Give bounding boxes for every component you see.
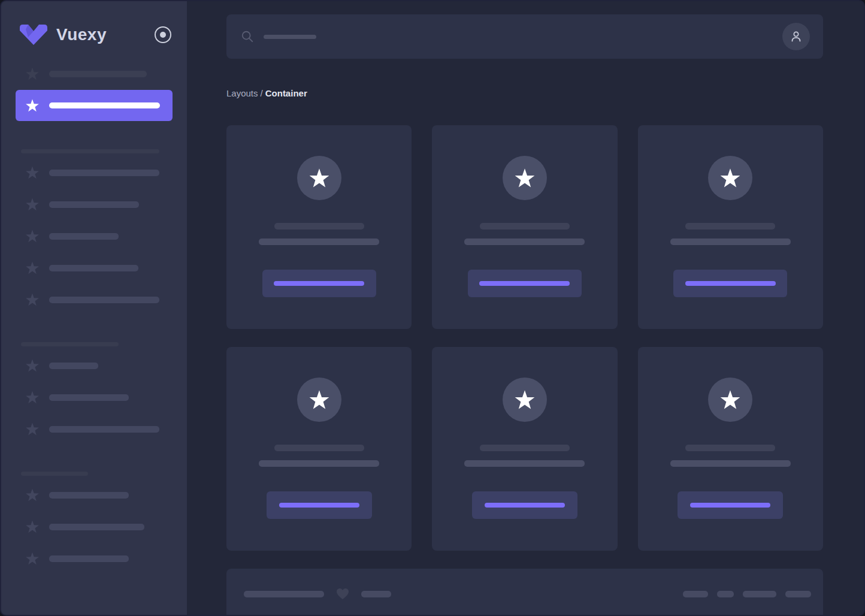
star-icon <box>25 551 40 566</box>
radio-dot <box>160 32 166 38</box>
footer-card <box>226 569 823 616</box>
card-subtitle-placeholder <box>464 238 585 245</box>
sidebar-item-label-placeholder <box>49 524 144 530</box>
sidebar-item-label-placeholder <box>49 426 159 433</box>
breadcrumb-separator: / <box>261 88 263 98</box>
sidebar-nav-sections <box>16 149 173 566</box>
card-title-placeholder <box>274 223 364 230</box>
footer-placeholder-bar <box>717 591 734 597</box>
sidebar-item[interactable] <box>16 488 173 502</box>
breadcrumb: Layouts/Container <box>226 88 823 99</box>
footer-placeholder-bar <box>683 591 708 597</box>
card-button[interactable] <box>673 270 787 297</box>
radio-circle-icon[interactable] <box>155 26 171 43</box>
app-logo-title: Vuexy <box>56 25 155 44</box>
card-button-label-placeholder <box>690 503 770 508</box>
footer-placeholder-bar <box>743 591 776 597</box>
main-content: Layouts/Container <box>187 1 864 616</box>
star-icon <box>25 261 40 275</box>
cards-grid <box>226 125 823 551</box>
card-avatar <box>503 156 547 200</box>
app-window: Vuexy <box>0 0 865 616</box>
sidebar-item[interactable] <box>16 551 173 566</box>
card-subtitle-placeholder <box>259 460 379 467</box>
card-avatar <box>297 378 341 422</box>
heart-icon[interactable] <box>335 587 350 601</box>
star-icon <box>719 167 741 189</box>
card-button-label-placeholder <box>279 503 359 508</box>
card-button-label-placeholder <box>274 281 364 286</box>
card-subtitle-placeholder <box>670 238 791 245</box>
footer-placeholder-bar <box>244 591 324 597</box>
sidebar-item[interactable] <box>16 292 173 307</box>
star-icon <box>25 98 40 113</box>
footer-right-bars <box>683 591 811 597</box>
sidebar-item[interactable] <box>16 197 173 212</box>
card <box>638 347 823 551</box>
sidebar-active-item-label-placeholder <box>49 102 160 108</box>
card-subtitle-placeholder <box>464 460 585 467</box>
sidebar-section-header-placeholder <box>21 149 159 153</box>
star-icon <box>25 422 40 436</box>
card-avatar <box>297 156 341 200</box>
sidebar-item-label-placeholder <box>49 201 139 208</box>
card <box>226 347 412 551</box>
card-title-placeholder <box>274 445 364 451</box>
star-icon <box>25 358 40 373</box>
search-input-placeholder[interactable] <box>264 35 316 39</box>
star-icon <box>25 390 40 404</box>
breadcrumb-parent[interactable]: Layouts <box>226 88 258 98</box>
card-button[interactable] <box>678 491 783 519</box>
card-avatar <box>708 156 752 200</box>
card-button-label-placeholder <box>685 281 776 286</box>
star-icon <box>309 389 330 410</box>
star-icon <box>514 167 536 189</box>
sidebar-item[interactable] <box>16 358 173 373</box>
breadcrumb-current: Container <box>265 88 307 98</box>
sidebar-item[interactable] <box>16 520 173 534</box>
card-button-label-placeholder <box>479 281 570 286</box>
card <box>432 125 617 329</box>
card-subtitle-placeholder <box>259 238 379 245</box>
footer-row <box>244 587 811 601</box>
person-icon <box>789 29 803 44</box>
sidebar-item-label-placeholder <box>49 71 147 77</box>
card-button[interactable] <box>468 270 582 297</box>
sidebar-item[interactable] <box>16 229 173 243</box>
sidebar-section-header-placeholder <box>21 342 119 346</box>
sidebar-item-label-placeholder <box>49 170 159 176</box>
card-avatar <box>708 378 752 422</box>
topbar-search[interactable] <box>226 14 823 59</box>
card-button[interactable] <box>472 491 577 519</box>
sidebar-item-label-placeholder <box>49 555 129 562</box>
card-title-placeholder <box>480 223 570 230</box>
star-icon <box>719 389 741 410</box>
card-title-placeholder <box>685 445 775 451</box>
card <box>638 125 823 329</box>
star-icon <box>25 292 40 307</box>
card <box>226 125 412 329</box>
footer-placeholder-bar <box>785 591 811 597</box>
sidebar-item[interactable] <box>16 67 173 81</box>
sidebar-item-active[interactable] <box>16 90 173 121</box>
card-avatar <box>503 378 547 422</box>
sidebar-item-label-placeholder <box>49 233 119 240</box>
star-icon <box>309 167 330 189</box>
sidebar-item[interactable] <box>16 422 173 436</box>
sidebar-item-label-placeholder <box>49 363 98 369</box>
card-button[interactable] <box>262 270 376 297</box>
sidebar-item-label-placeholder <box>49 492 129 499</box>
card-button[interactable] <box>267 491 372 519</box>
star-icon <box>25 165 40 180</box>
sidebar-item[interactable] <box>16 165 173 180</box>
star-icon <box>25 488 40 502</box>
sidebar-item[interactable] <box>16 390 173 404</box>
star-icon <box>25 67 40 81</box>
user-avatar[interactable] <box>782 23 810 50</box>
sidebar-section-header-placeholder <box>21 472 88 476</box>
sidebar-item-label-placeholder <box>49 297 159 303</box>
sidebar-item-label-placeholder <box>49 265 138 271</box>
card <box>432 347 617 551</box>
sidebar-item[interactable] <box>16 261 173 275</box>
sidebar: Vuexy <box>1 1 187 615</box>
